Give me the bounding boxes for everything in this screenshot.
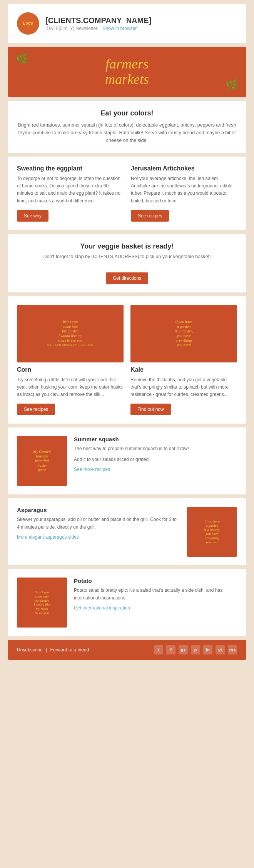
potato-body: Potato salad is pretty epic: it's a sala… <box>74 587 237 601</box>
artichokes-body: Not your average artichoke, the Jerusale… <box>131 175 237 205</box>
forward-link[interactable]: Forward to a friend <box>50 647 89 653</box>
kale-image: If you havea garden& a library,you havee… <box>130 305 237 362</box>
social-icons: t f g+ p in yt rss <box>154 645 237 654</box>
veggie-basket-card: Your veggie basket is ready! Don't forge… <box>8 234 246 292</box>
footer-separator: | <box>46 647 47 653</box>
facebook-icon[interactable]: f <box>166 645 175 654</box>
see-recipes-artichokes-button[interactable]: See recipes <box>131 210 169 222</box>
artichokes-title: Jerusalem Artichokes <box>131 165 237 172</box>
header-meta: [DATE|0|m, Y] Newsletter Show in browser <box>45 26 151 31</box>
squash-body2: Add it to your salads sliced or grated. <box>74 456 237 463</box>
asparagus-img-text: If you havea garden& a library,you havee… <box>201 516 224 548</box>
summer-squash-card: My Gardenhost thebeautifulmasterpiece Su… <box>8 427 246 494</box>
see-more-recipes-link[interactable]: See more recipes <box>74 467 110 472</box>
meta-date: [DATE|0|m, Y] Newsletter <box>45 26 97 31</box>
asparagus-image: If you havea garden& a library,you havee… <box>187 507 237 557</box>
get-directions-button[interactable]: Get directions <box>106 272 148 284</box>
banner: 🌿 farmers markets 🌿 <box>8 47 246 97</box>
eat-colors-title: Eat your colors! <box>17 109 237 117</box>
footer-links: Unsubscribe | Forward to a friend <box>17 647 89 653</box>
eggplant-body: To degorge or not to degorge, is often t… <box>17 175 123 205</box>
asparagus-card: Asparagus Skewer your asparagus, add oil… <box>8 498 246 565</box>
asparagus-content: Asparagus Skewer your asparagus, add oil… <box>17 507 180 539</box>
potato-content: Potato Potato salad is pretty epic: it's… <box>74 578 237 610</box>
squash-content: Summer squash The best way to prepare su… <box>74 436 237 472</box>
potato-card: Won't youcome intothe gardenI would like… <box>8 569 246 636</box>
asparagus-body: Skewer your asparagus, add oil or butter… <box>17 516 180 531</box>
corn-col: Won't youcome intothe gardenI would like… <box>17 305 124 416</box>
see-recipes-corn-button[interactable]: See recipes <box>17 404 55 415</box>
veggie-basket-body: Don't forget to stop by [CLIENTS.ADDRESS… <box>17 253 237 260</box>
eggplant-title: Sweating the eggplant <box>17 165 123 172</box>
kale-img-text: If you havea garden& a library,you havee… <box>172 317 196 351</box>
corn-image: Won't youcome intothe gardenI would like… <box>17 305 124 362</box>
show-in-browser-link[interactable]: Show in browser <box>103 26 137 31</box>
see-why-button[interactable]: See why <box>17 210 48 222</box>
company-name: [CLIENTS.COMPANY_NAME] <box>45 16 151 25</box>
squash-img-text: My Gardenhost thebeautifulmasterpiece <box>30 446 53 476</box>
kale-col: If you havea garden& a library,you havee… <box>130 305 237 416</box>
twitter-icon[interactable]: t <box>154 645 163 654</box>
corn-title: Corn <box>17 366 124 373</box>
summer-squash-image: My Gardenhost thebeautifulmasterpiece <box>17 436 67 486</box>
corn-kale-card: Won't youcome intothe gardenI would like… <box>8 296 246 424</box>
veggie-basket-title: Your veggie basket is ready! <box>17 242 237 250</box>
banner-decor-right: 🌿 <box>225 78 239 91</box>
eat-colors-body: Bright red tomatoes, summer squash (in l… <box>17 121 237 144</box>
artichokes-col: Jerusalem Artichokes Not your average ar… <box>131 165 237 222</box>
banner-decor-left: 🌿 <box>15 53 29 65</box>
asparagus-title: Asparagus <box>17 507 180 513</box>
header-info: [CLIENTS.COMPANY_NAME] [DATE|0|m, Y] New… <box>45 16 151 31</box>
corn-img-text: Won't youcome intothe gardenI would like… <box>44 317 96 351</box>
two-col-card: Sweating the eggplant To degorge or not … <box>8 157 246 230</box>
rss-icon[interactable]: rss <box>228 645 237 654</box>
kale-title: Kale <box>130 366 237 373</box>
pinterest-icon[interactable]: p <box>191 645 200 654</box>
instagram-icon[interactable]: in <box>203 645 212 654</box>
potato-link[interactable]: Get international inspiration <box>74 605 130 611</box>
potato-title: Potato <box>74 578 237 584</box>
potato-img-text: Won't youcome intothe gardenI would like… <box>31 587 53 618</box>
squash-body1: The best way to prepare summer squash is… <box>74 445 237 452</box>
googleplus-icon[interactable]: g+ <box>179 645 188 654</box>
eat-colors-section: Eat your colors! Bright red tomatoes, su… <box>8 101 246 153</box>
banner-title: farmers markets <box>105 57 149 87</box>
unsubscribe-link[interactable]: Unsubscribe <box>17 647 43 653</box>
corn-body: Try something a little different with yo… <box>17 376 124 399</box>
asparagus-link[interactable]: More elegant asparagus sides <box>17 534 79 540</box>
squash-title: Summer squash <box>74 436 237 442</box>
find-out-how-button[interactable]: Find out how <box>130 404 171 415</box>
potato-image: Won't youcome intothe gardenI would like… <box>17 578 67 628</box>
eggplant-col: Sweating the eggplant To degorge or not … <box>17 165 123 222</box>
footer: Unsubscribe | Forward to a friend t f g+… <box>8 640 246 660</box>
youtube-icon[interactable]: yt <box>216 645 225 654</box>
logo: Logo <box>17 12 39 35</box>
kale-body: Remove the thick ribs, and you get a veg… <box>130 376 237 399</box>
